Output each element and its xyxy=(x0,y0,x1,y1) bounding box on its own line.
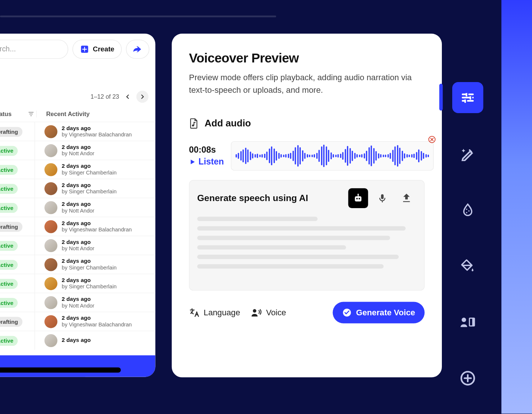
prev-page-button[interactable] xyxy=(122,91,134,103)
status-badge: Active xyxy=(0,203,18,213)
avatar xyxy=(44,201,57,214)
wave-bar xyxy=(345,149,346,163)
svg-point-6 xyxy=(358,194,359,195)
voice-selector[interactable]: Voice xyxy=(250,308,286,318)
tool-sliders[interactable] xyxy=(452,82,483,113)
list-item[interactable]: Drafting 2 days ago by Vigneshwar Balach… xyxy=(0,312,155,330)
generate-title: Generate speech using AI xyxy=(197,193,308,203)
activity-time: 2 days ago xyxy=(62,144,94,150)
tool-fill[interactable] xyxy=(452,250,483,281)
tool-magic-edit[interactable] xyxy=(452,138,483,169)
wave-bar xyxy=(302,150,303,161)
pager-range: 1–12 of 23 xyxy=(91,93,119,100)
list-item[interactable]: Active 2 days ago by Singer Chamberlain xyxy=(0,274,155,293)
activity-author: by Nott Andor xyxy=(62,150,94,157)
status-badge: Drafting xyxy=(0,317,23,327)
list-item[interactable]: Active 2 days ago by Singer Chamberlain xyxy=(0,179,155,198)
tool-add[interactable] xyxy=(452,363,483,394)
wave-bar xyxy=(352,151,353,161)
wave-bar xyxy=(378,153,379,159)
svg-point-8 xyxy=(253,309,256,312)
avatar xyxy=(44,220,57,233)
wave-bar xyxy=(359,155,361,157)
wave-bar xyxy=(307,154,308,157)
remove-audio-icon[interactable] xyxy=(428,136,436,143)
list-item[interactable]: Active 2 days ago by Nott Andor xyxy=(0,236,155,255)
wave-bar xyxy=(295,147,296,164)
activity-column-header: Recent Activity xyxy=(36,111,155,118)
generate-voice-label: Generate Voice xyxy=(356,308,415,318)
skeleton-line xyxy=(197,236,390,240)
wave-bar xyxy=(357,154,358,157)
wave-bar xyxy=(349,148,351,164)
bottom-scrollbar[interactable] xyxy=(0,367,121,373)
status-badge: Drafting xyxy=(0,127,23,137)
wave-bar xyxy=(314,154,316,157)
filter-icon[interactable] xyxy=(28,111,34,117)
list-item[interactable]: Active 2 days ago by Nott Andor xyxy=(0,198,155,217)
status-badge: Active xyxy=(0,279,18,289)
listen-button[interactable]: Listen xyxy=(189,157,224,167)
activity-author: by Singer Chamberlain xyxy=(62,284,117,290)
create-label: Create xyxy=(93,45,114,53)
microphone-button[interactable] xyxy=(372,188,392,208)
top-scrollbar[interactable] xyxy=(0,16,276,17)
activity-time: 2 days ago xyxy=(62,125,132,132)
activity-time: 2 days ago xyxy=(62,296,94,302)
ai-robot-button[interactable] xyxy=(348,188,368,208)
create-plus-icon xyxy=(80,44,89,54)
next-page-button[interactable] xyxy=(136,91,149,103)
status-column-header: Status xyxy=(0,111,11,118)
wave-bar xyxy=(397,145,398,166)
wave-bar xyxy=(333,154,334,157)
status-badge: Active xyxy=(0,184,18,194)
waveform[interactable] xyxy=(231,141,434,170)
search-input[interactable]: rch... xyxy=(0,40,68,58)
skeleton-line xyxy=(197,217,318,221)
activity-author: by Nott Andor xyxy=(62,245,94,252)
svg-point-13 xyxy=(462,318,466,322)
add-audio-header: Add audio xyxy=(189,118,425,129)
wave-bar xyxy=(276,151,277,161)
generate-voice-button[interactable]: Generate Voice xyxy=(333,302,425,323)
wave-bar xyxy=(273,149,275,163)
wave-bar xyxy=(238,153,239,159)
wave-bar xyxy=(318,150,320,162)
wave-bar xyxy=(380,154,382,157)
chevron-left-icon xyxy=(125,94,131,99)
wave-bar xyxy=(395,146,396,165)
svg-rect-11 xyxy=(468,210,470,211)
wave-bar xyxy=(309,155,311,157)
activity-author: by Vigneshwar Balachandran xyxy=(62,322,132,328)
chevron-right-icon xyxy=(139,94,145,99)
list-item[interactable]: Active 2 days ago by Singer Chamberlain xyxy=(0,255,155,274)
wave-bar xyxy=(376,151,377,161)
avatar xyxy=(44,277,57,290)
status-badge: Active xyxy=(0,165,18,175)
wave-bar xyxy=(259,155,261,157)
activity-time: 2 days ago xyxy=(62,258,117,264)
activity-time: 2 days ago xyxy=(62,201,94,207)
audio-duration: 00:08s xyxy=(189,145,224,155)
list-item[interactable]: Active 2 days ago by Nott Andor xyxy=(0,293,155,312)
list-item[interactable]: Active 2 days ago xyxy=(0,331,155,350)
wave-bar xyxy=(283,155,284,157)
wave-bar xyxy=(321,146,323,165)
svg-rect-7 xyxy=(381,194,383,199)
tool-drop[interactable] xyxy=(452,194,483,225)
list-item[interactable]: Active 2 days ago by Singer Chamberlain xyxy=(0,160,155,179)
activity-time: 2 days ago xyxy=(62,277,117,284)
list-item[interactable]: Drafting 2 days ago by Vigneshwar Balach… xyxy=(0,217,155,235)
wave-bar xyxy=(411,154,413,157)
language-selector[interactable]: Language xyxy=(189,308,240,318)
list-item[interactable]: Active 2 days ago by Nott Andor xyxy=(0,141,155,160)
water-drop-icon xyxy=(461,203,474,217)
avatar xyxy=(44,163,57,176)
list-item[interactable]: Drafting 2 days ago by Vigneshwar Balach… xyxy=(0,122,155,140)
tool-contacts[interactable] xyxy=(452,306,483,337)
create-button[interactable]: Create xyxy=(72,40,122,58)
language-label: Language xyxy=(204,308,240,318)
listen-label: Listen xyxy=(198,157,224,167)
upload-button[interactable] xyxy=(396,188,416,208)
share-button[interactable] xyxy=(126,40,149,58)
